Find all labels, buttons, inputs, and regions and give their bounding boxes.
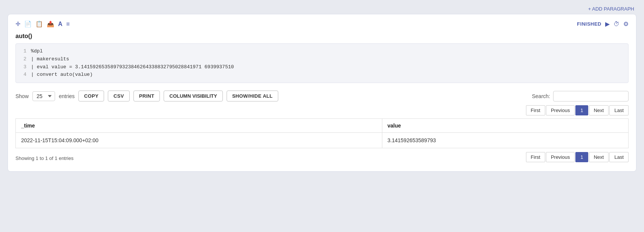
pagination-top: First Previous 1 Next Last <box>15 105 629 115</box>
next-page-bottom-button[interactable]: Next <box>589 152 609 162</box>
search-area: Search: <box>532 91 629 101</box>
col-header-time: _time <box>16 119 382 133</box>
col-header-value: value <box>382 119 628 133</box>
entries-select[interactable]: 25 10 50 100 <box>32 91 55 101</box>
copy-button[interactable]: COPY <box>78 91 104 101</box>
search-label: Search: <box>532 93 550 99</box>
showing-entries-label: Showing 1 to 1 of 1 entries <box>15 155 74 161</box>
last-page-bottom-button[interactable]: Last <box>609 152 629 162</box>
code-line-2: 2 | makeresults <box>20 55 624 63</box>
code-line-1: 1 %dpl <box>20 48 624 55</box>
bottom-pagination-row: Showing 1 to 1 of 1 entries First Previo… <box>15 152 629 162</box>
cell-value: 3.141592653589793 <box>382 133 628 148</box>
code-line-4: 4 | convert auto(value) <box>20 71 624 79</box>
line-content-4: | convert auto(value) <box>31 71 93 79</box>
toolbar-left: ✛ 📄 📋 📤 A ≡ <box>15 20 70 28</box>
line-num-2: 2 <box>20 55 26 63</box>
column-visibility-button[interactable]: COLUMN VISIBILITY <box>164 91 222 101</box>
last-page-top-button[interactable]: Last <box>609 105 629 115</box>
line-content-2: | makeresults <box>31 55 69 63</box>
add-paragraph-bar: + ADD PARAGRAPH <box>4 4 640 14</box>
settings-icon[interactable]: ⚙ <box>623 20 629 28</box>
current-page-top-button[interactable]: 1 <box>575 105 588 115</box>
line-num-3: 3 <box>20 63 26 71</box>
first-page-bottom-button[interactable]: First <box>526 152 545 162</box>
copy-icon[interactable]: 📋 <box>35 20 43 28</box>
doc-icon[interactable]: 📄 <box>24 20 32 28</box>
csv-button[interactable]: CSV <box>108 91 130 101</box>
code-line-3: 3 | eval value = 3.141592653589793238462… <box>20 63 624 71</box>
previous-page-bottom-button[interactable]: Previous <box>546 152 575 162</box>
first-page-top-button[interactable]: First <box>526 105 545 115</box>
status-label: FINISHED <box>577 21 601 27</box>
table-row: 2022-11-15T15:04:09.000+02:00 3.14159265… <box>16 133 629 148</box>
upload-icon[interactable]: 📤 <box>47 20 54 28</box>
previous-page-top-button[interactable]: Previous <box>546 105 575 115</box>
entries-label: entries <box>59 93 75 99</box>
show-hide-all-button[interactable]: SHOW/HIDE ALL <box>227 91 278 101</box>
toolbar-right: FINISHED ▶ ⏱ ⚙ <box>577 20 629 28</box>
show-label: Show <box>15 93 29 99</box>
list-icon[interactable]: ≡ <box>66 21 70 28</box>
print-button[interactable]: PRINT <box>133 91 160 101</box>
data-table: _time value 2022-11-15T15:04:09.000+02:0… <box>15 118 629 148</box>
move-icon[interactable]: ✛ <box>15 20 20 28</box>
next-page-top-button[interactable]: Next <box>589 105 609 115</box>
pagination-bottom: First Previous 1 Next Last <box>526 152 629 162</box>
notebook-cell: ✛ 📄 📋 📤 A ≡ FINISHED ▶ ⏱ ⚙ auto() 1 %dp <box>8 14 636 172</box>
cell-title: auto() <box>15 33 629 40</box>
line-num-1: 1 <box>20 48 26 55</box>
search-input[interactable] <box>553 91 629 101</box>
table-header-row: _time value <box>16 119 629 133</box>
line-content-1: %dpl <box>31 48 43 55</box>
play-icon[interactable]: ▶ <box>605 20 610 28</box>
code-block: 1 %dpl 2 | makeresults 3 | eval value = … <box>15 43 629 83</box>
line-num-4: 4 <box>20 71 26 79</box>
add-paragraph-button[interactable]: + ADD PARAGRAPH <box>588 6 634 12</box>
cell-time: 2022-11-15T15:04:09.000+02:00 <box>16 133 382 148</box>
current-page-bottom-button[interactable]: 1 <box>575 152 588 162</box>
table-controls: Show 25 10 50 100 entries COPY CSV PRINT… <box>15 91 629 101</box>
font-icon[interactable]: A <box>58 21 63 28</box>
line-content-3: | eval value = 3.14159265358979323846264… <box>31 63 234 71</box>
clock-icon[interactable]: ⏱ <box>613 21 619 28</box>
cell-toolbar: ✛ 📄 📋 📤 A ≡ FINISHED ▶ ⏱ ⚙ <box>15 20 629 28</box>
